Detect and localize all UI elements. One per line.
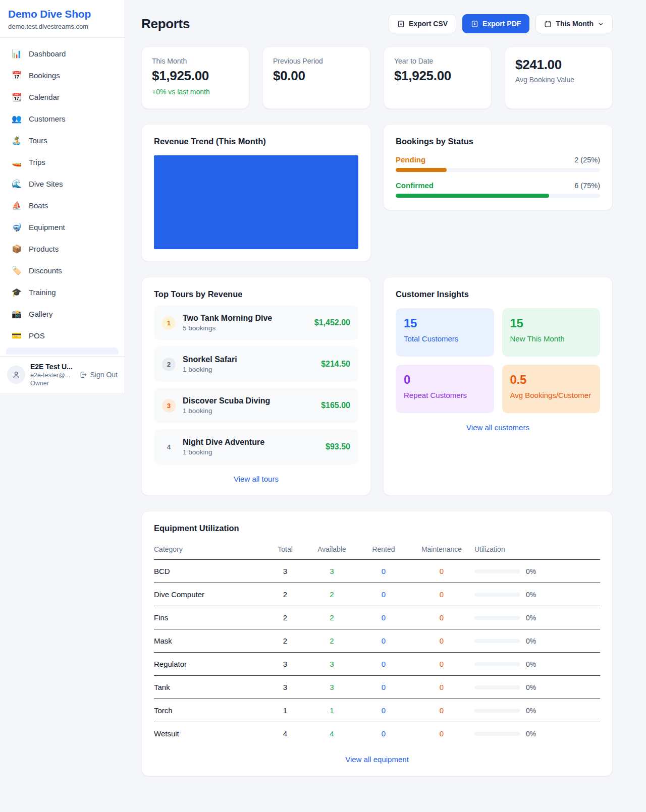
graduation-cap-icon: 🎓: [11, 287, 22, 297]
utilization-bar: [474, 709, 520, 713]
insight-tile-total-customers: 15 Total Customers: [396, 308, 494, 357]
period-dropdown[interactable]: This Month: [535, 14, 613, 33]
user-name: E2E Test U...: [30, 363, 74, 371]
stat-card-avg-booking-value: $241.00 Avg Booking Value: [505, 46, 613, 109]
tour-row-1[interactable]: 1 Two Tank Morning Dive 5 bookings $1,45…: [154, 305, 358, 340]
camera-icon: 📸: [11, 309, 22, 319]
stat-card-previous-period: Previous Period $0.00: [262, 46, 370, 109]
charts-row: Revenue Trend (This Month) Bookings by S…: [141, 124, 613, 262]
insight-tile-new-this-month: 15 New This Month: [502, 308, 601, 357]
sidebar-item-reports-partial[interactable]: [6, 347, 119, 355]
shop-logo-block: Demo Dive Shop demo.test.divestreams.com: [0, 0, 125, 38]
rank-badge: 2: [162, 358, 176, 371]
shop-domain: demo.test.divestreams.com: [8, 23, 117, 30]
equipment-table-header: Category Total Available Rented Maintena…: [154, 540, 600, 560]
sidebar-item-dive-sites[interactable]: 🌊 Dive Sites: [6, 174, 119, 193]
tour-revenue: $214.50: [321, 360, 350, 369]
tour-row-2[interactable]: 2 Snorkel Safari 1 booking $214.50: [154, 346, 358, 382]
sidebar-item-bookings[interactable]: 📅 Bookings: [6, 66, 119, 85]
sidebar-item-products[interactable]: 📦 Products: [6, 239, 119, 258]
shop-name: Demo Dive Shop: [8, 8, 117, 20]
island-icon: 🏝️: [11, 136, 22, 145]
bookings-by-status-card: Bookings by Status Pending 2 (25%) Confi…: [383, 124, 613, 210]
sidebar-item-pos[interactable]: 💳 POS: [6, 326, 119, 345]
status-label: Confirmed: [396, 181, 434, 190]
utilization-bar: [474, 569, 520, 573]
tour-bookings: 5 bookings: [183, 324, 307, 332]
revenue-trend-title: Revenue Trend (This Month): [154, 137, 358, 146]
rank-badge: 3: [162, 399, 176, 413]
stats-row: This Month $1,925.00 +0% vs last month P…: [141, 46, 613, 109]
table-row: Regulator 3 3 0 0 0%: [154, 653, 600, 676]
main-content: Reports Export CSV Export PDF This Month: [125, 0, 646, 796]
user-avatar: [7, 366, 25, 384]
tour-name: Discover Scuba Diving: [183, 396, 314, 405]
progress-fill-confirmed: [396, 194, 549, 198]
calendar-icon: [544, 20, 552, 28]
calendar-date-icon: 📅: [11, 71, 22, 80]
tour-bookings: 1 booking: [183, 448, 318, 456]
tour-row-4[interactable]: 4 Night Dive Adventure 1 booking $93.50: [154, 429, 358, 465]
stat-delta: +0% vs last month: [152, 88, 239, 96]
revenue-trend-card: Revenue Trend (This Month): [141, 124, 371, 262]
status-row-confirmed: Confirmed 6 (75%): [396, 181, 600, 198]
progress-track: [396, 194, 600, 198]
table-row: Tank 3 3 0 0 0%: [154, 676, 600, 699]
sidebar-item-dashboard[interactable]: 📊 Dashboard: [6, 44, 119, 63]
insight-tile-repeat-customers: 0 Repeat Customers: [396, 365, 494, 413]
user-box: E2E Test U... e2e-tester@... Owner Sign …: [0, 356, 125, 393]
export-pdf-button[interactable]: Export PDF: [462, 14, 529, 33]
sidebar-item-tours[interactable]: 🏝️ Tours: [6, 131, 119, 150]
equipment-table: Category Total Available Rented Maintena…: [154, 540, 600, 745]
tag-icon: 🏷️: [11, 266, 22, 275]
file-download-icon: [397, 20, 405, 28]
sign-out-button[interactable]: Sign Out: [79, 371, 118, 379]
sidebar-item-equipment[interactable]: 🤿 Equipment: [6, 217, 119, 237]
logout-icon: [79, 371, 87, 379]
sidebar-item-training[interactable]: 🎓 Training: [6, 282, 119, 302]
sidebar-item-boats[interactable]: ⛵ Boats: [6, 196, 119, 215]
sidebar-nav: 📊 Dashboard 📅 Bookings 📆 Calendar 👥 Cust…: [0, 38, 125, 356]
insight-grid: 15 Total Customers 15 New This Month 0 R…: [396, 308, 600, 413]
equipment-utilization-card: Equipment Utilization Category Total Ava…: [141, 511, 613, 776]
status-count: 2 (25%): [574, 156, 600, 164]
tour-name: Snorkel Safari: [183, 355, 314, 364]
tour-row-3[interactable]: 3 Discover Scuba Diving 1 booking $165.0…: [154, 388, 358, 423]
top-tours-card: Top Tours by Revenue 1 Two Tank Morning …: [141, 277, 371, 496]
view-all-customers-link[interactable]: View all customers: [396, 423, 600, 432]
utilization-bar: [474, 593, 520, 597]
user-role: Owner: [30, 380, 74, 387]
stat-card-this-month: This Month $1,925.00 +0% vs last month: [141, 46, 249, 109]
tear-off-calendar-icon: 📆: [11, 92, 22, 102]
tour-name: Two Tank Morning Dive: [183, 314, 307, 323]
table-row: Mask 2 2 0 0 0%: [154, 629, 600, 653]
package-icon: 📦: [11, 244, 22, 254]
table-row: Fins 2 2 0 0 0%: [154, 606, 600, 629]
header-actions: Export CSV Export PDF This Month: [389, 14, 613, 33]
view-all-equipment-link[interactable]: View all equipment: [154, 755, 600, 764]
tour-revenue: $165.00: [321, 401, 350, 410]
tour-bookings: 1 booking: [183, 407, 314, 415]
bookings-by-status-title: Bookings by Status: [396, 137, 600, 146]
equipment-utilization-title: Equipment Utilization: [154, 524, 600, 533]
table-row: Torch 1 1 0 0 0%: [154, 699, 600, 722]
insight-tile-avg-bookings: 0.5 Avg Bookings/Customer: [502, 365, 601, 413]
bar-chart-icon: 📊: [11, 49, 22, 59]
sidebar-item-gallery[interactable]: 📸 Gallery: [6, 304, 119, 323]
page-title: Reports: [141, 16, 190, 32]
utilization-bar: [474, 732, 520, 736]
top-tours-title: Top Tours by Revenue: [154, 289, 358, 299]
sidebar-item-discounts[interactable]: 🏷️ Discounts: [6, 261, 119, 280]
export-csv-button[interactable]: Export CSV: [389, 14, 456, 33]
sailboat-icon: ⛵: [11, 201, 22, 210]
sidebar: Demo Dive Shop demo.test.divestreams.com…: [0, 0, 125, 393]
sidebar-item-customers[interactable]: 👥 Customers: [6, 109, 119, 128]
rank-badge: 1: [162, 316, 176, 330]
wave-icon: 🌊: [11, 179, 22, 189]
speedboat-icon: 🚤: [11, 157, 22, 167]
chevron-down-icon: [598, 21, 604, 27]
view-all-tours-link[interactable]: View all tours: [154, 475, 358, 483]
sidebar-item-calendar[interactable]: 📆 Calendar: [6, 87, 119, 106]
user-meta: E2E Test U... e2e-tester@... Owner: [30, 363, 74, 387]
sidebar-item-trips[interactable]: 🚤 Trips: [6, 152, 119, 171]
